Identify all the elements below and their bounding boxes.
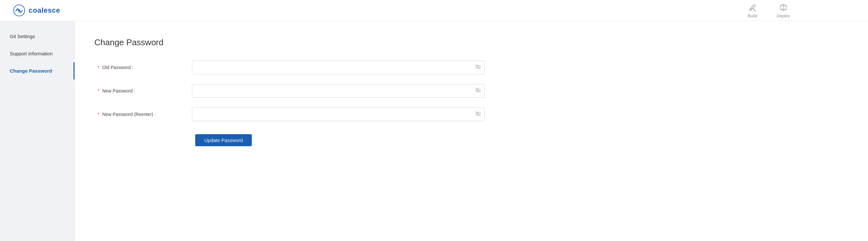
new-password-reenter-label: * New Password (Reenter) : bbox=[94, 112, 192, 117]
logo-icon bbox=[13, 4, 25, 17]
sidebar-item-support-information[interactable]: Support Information bbox=[0, 45, 74, 62]
new-password-reenter-input[interactable] bbox=[192, 107, 485, 121]
old-password-row: * Old Password : bbox=[94, 60, 485, 74]
deploy-icon bbox=[779, 3, 788, 12]
new-password-input[interactable] bbox=[192, 84, 485, 98]
old-password-wrapper bbox=[192, 60, 485, 74]
old-password-toggle-icon[interactable] bbox=[475, 64, 481, 71]
main-layout: Git Settings Support Information Change … bbox=[0, 21, 868, 241]
required-star-reenter: * bbox=[98, 112, 99, 117]
new-password-reenter-row: * New Password (Reenter) : bbox=[94, 107, 485, 121]
build-icon bbox=[748, 3, 757, 12]
new-password-reenter-wrapper bbox=[192, 107, 485, 121]
new-password-reenter-toggle-icon[interactable] bbox=[475, 111, 481, 118]
submit-row: Update Password bbox=[94, 131, 485, 146]
new-password-label: * New Password : bbox=[94, 88, 192, 93]
build-nav-item[interactable]: Build bbox=[748, 3, 757, 18]
new-password-toggle-icon[interactable] bbox=[475, 87, 481, 95]
logo-text: coalesce bbox=[29, 6, 60, 15]
deploy-nav-item[interactable]: Deploy bbox=[777, 3, 790, 18]
logo[interactable]: coalesce bbox=[13, 4, 60, 17]
update-password-button[interactable]: Update Password bbox=[195, 134, 252, 146]
new-password-row: * New Password : bbox=[94, 84, 485, 98]
old-password-input[interactable] bbox=[192, 60, 485, 74]
required-star-new: * bbox=[98, 88, 99, 93]
sidebar: Git Settings Support Information Change … bbox=[0, 21, 75, 241]
content-area: Change Password * Old Password : bbox=[75, 21, 868, 241]
sidebar-item-change-password[interactable]: Change Password bbox=[0, 62, 74, 79]
svg-point-1 bbox=[18, 9, 20, 11]
page-title: Change Password bbox=[94, 37, 848, 48]
navbar-actions: Build Deploy bbox=[748, 3, 790, 18]
new-password-wrapper bbox=[192, 84, 485, 98]
deploy-label: Deploy bbox=[777, 14, 790, 18]
change-password-form: * Old Password : * bbox=[94, 60, 485, 146]
sidebar-item-git-settings[interactable]: Git Settings bbox=[0, 28, 74, 45]
old-password-label: * Old Password : bbox=[94, 65, 192, 70]
navbar: coalesce Build Deploy bbox=[0, 0, 868, 21]
required-star-old: * bbox=[98, 65, 99, 70]
build-label: Build bbox=[748, 14, 757, 18]
